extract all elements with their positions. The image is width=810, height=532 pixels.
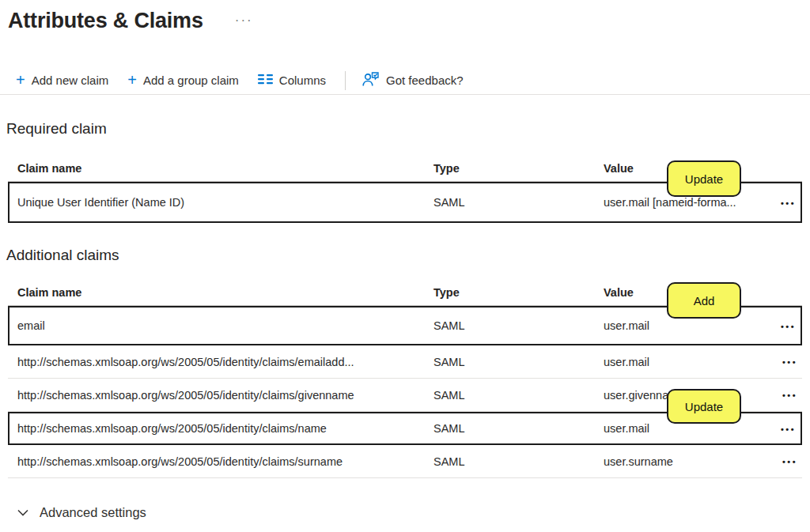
claim-type-cell: SAML (433, 422, 604, 435)
column-header-claim-name[interactable]: Claim name (17, 162, 433, 175)
claim-value-cell: user.mail [nameid-forma... (604, 196, 766, 209)
claim-type-cell: SAML (433, 196, 604, 209)
claim-name-cell[interactable]: email (17, 319, 433, 332)
callout-label: Update (685, 172, 723, 186)
annotation-callout-update-name: Update (667, 389, 741, 424)
plus-icon: + (127, 72, 137, 88)
columns-button[interactable]: Columns (258, 74, 326, 87)
page-header: Attributes & Claims ··· (0, 0, 810, 35)
claim-name-cell[interactable]: http://schemas.xmlsoap.org/ws/2005/05/id… (17, 356, 433, 368)
row-menu-button[interactable]: ••• (776, 421, 801, 436)
claim-type-cell: SAML (433, 389, 604, 402)
add-group-claim-button[interactable]: + Add a group claim (127, 74, 239, 88)
row-menu-button[interactable]: ••• (778, 387, 802, 402)
column-header-type[interactable]: Type (433, 162, 604, 175)
command-bar: + Add new claim + Add a group claim Colu… (0, 66, 810, 95)
annotation-callout-update-required: Update (667, 160, 741, 197)
claim-value-cell: user.surname (604, 455, 767, 468)
add-group-claim-label: Add a group claim (143, 74, 239, 87)
chevron-down-icon (17, 507, 28, 519)
claim-name-cell[interactable]: http://schemas.xmlsoap.org/ws/2005/05/id… (17, 389, 433, 402)
row-menu-button[interactable]: ••• (776, 195, 801, 210)
column-header-claim-name[interactable]: Claim name (17, 286, 433, 299)
claim-name-cell[interactable]: http://schemas.xmlsoap.org/ws/2005/05/id… (17, 422, 433, 435)
toolbar-divider (345, 71, 346, 90)
row-menu-button[interactable]: ••• (778, 354, 802, 369)
columns-icon (258, 74, 273, 87)
plus-icon: + (16, 72, 25, 88)
ellipsis-icon: ••• (781, 424, 796, 434)
ellipsis-icon: ••• (781, 322, 796, 331)
page-title: Attributes & Claims (8, 9, 203, 33)
claim-value-cell: user.mail (604, 319, 766, 332)
ellipsis-icon: ••• (781, 198, 796, 208)
advanced-settings-expander[interactable]: Advanced settings (17, 505, 146, 520)
claim-name-cell[interactable]: http://schemas.xmlsoap.org/ws/2005/05/id… (17, 455, 433, 468)
claim-value-cell: user.mail (604, 356, 767, 368)
required-claim-heading: Required claim (6, 120, 810, 138)
callout-label: Add (694, 294, 715, 308)
feedback-icon (361, 71, 380, 90)
overflow-menu-icon[interactable]: ··· (235, 13, 253, 28)
claim-type-cell: SAML (433, 455, 604, 468)
ellipsis-icon: ••• (782, 391, 797, 400)
column-header-type[interactable]: Type (433, 286, 604, 299)
ellipsis-icon: ••• (782, 457, 797, 466)
additional-claims-heading: Additional claims (6, 247, 810, 264)
ellipsis-icon: ••• (782, 357, 797, 367)
claim-type-cell: SAML (433, 356, 604, 368)
claim-value-cell: user.mail (604, 422, 766, 435)
add-new-claim-button[interactable]: + Add new claim (16, 74, 108, 88)
annotation-callout-add-email: Add (667, 282, 741, 319)
claim-name-cell[interactable]: Unique User Identifier (Name ID) (17, 196, 433, 209)
got-feedback-label: Got feedback? (386, 74, 464, 87)
columns-label: Columns (279, 74, 326, 87)
got-feedback-button[interactable]: Got feedback? (361, 71, 464, 90)
callout-label: Update (685, 400, 723, 413)
advanced-settings-label: Advanced settings (40, 505, 146, 520)
row-menu-button[interactable]: ••• (776, 319, 801, 334)
row-menu-button[interactable]: ••• (778, 454, 802, 469)
claim-type-cell: SAML (433, 319, 604, 332)
table-row[interactable]: http://schemas.xmlsoap.org/ws/2005/05/id… (8, 445, 802, 478)
table-row[interactable]: http://schemas.xmlsoap.org/ws/2005/05/id… (8, 345, 802, 379)
add-new-claim-label: Add new claim (32, 74, 109, 87)
